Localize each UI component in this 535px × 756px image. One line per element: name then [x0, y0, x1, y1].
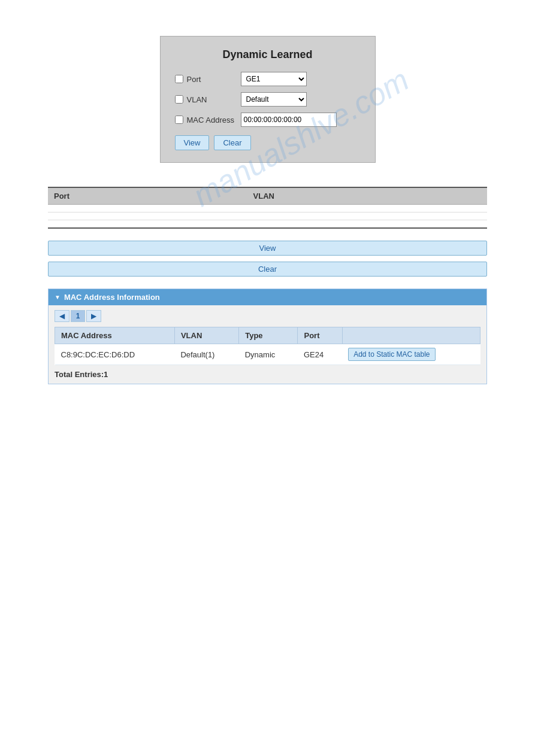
- filter-cell: [48, 220, 247, 229]
- add-to-static-button[interactable]: Add to Static MAC table: [348, 348, 435, 361]
- mac-checkbox[interactable]: [175, 116, 183, 124]
- page-1-button[interactable]: 1: [71, 310, 85, 322]
- standalone-buttons: View Clear: [48, 241, 487, 277]
- mac-col-header: MAC Address: [55, 327, 175, 344]
- filter-cell: [247, 220, 487, 229]
- table-row: [48, 220, 487, 229]
- filter-table: Port VLAN: [48, 187, 487, 229]
- table-row: C8:9C:DC:EC:D6:DD Default(1) Dynamic GE2…: [55, 344, 480, 365]
- table-row: [48, 212, 487, 220]
- action-col-header: [342, 327, 480, 344]
- panel-clear-button[interactable]: Clear: [214, 135, 250, 150]
- port-col-header: Port: [298, 327, 342, 344]
- mac-cell: C8:9C:DC:EC:D6:DD: [55, 344, 175, 365]
- table-row: [48, 205, 487, 212]
- mac-row: MAC Address: [175, 113, 361, 127]
- prev-page-button[interactable]: ◀: [55, 310, 69, 322]
- mac-label: MAC Address: [187, 116, 241, 125]
- mac-address-table: MAC Address VLAN Type Port C8:9C:DC:EC:D…: [55, 327, 480, 365]
- mac-info-section: ▼ MAC Address Information ◀ 1 ▶ MAC Addr…: [48, 289, 487, 384]
- panel-buttons: View Clear: [175, 135, 361, 150]
- clear-button[interactable]: Clear: [48, 262, 487, 277]
- type-cell: Dynamic: [239, 344, 298, 365]
- collapse-icon[interactable]: ▼: [55, 294, 61, 300]
- filter-table-section: Port VLAN: [48, 187, 487, 229]
- next-page-button[interactable]: ▶: [86, 310, 101, 322]
- vlan-col-header: VLAN: [174, 327, 238, 344]
- vlan-checkbox[interactable]: [175, 95, 183, 104]
- filter-col2-header: VLAN: [247, 187, 487, 205]
- port-cell: GE24: [298, 344, 342, 365]
- filter-cell: [48, 212, 247, 220]
- view-button[interactable]: View: [48, 241, 487, 256]
- port-checkbox[interactable]: [175, 75, 183, 83]
- vlan-cell: Default(1): [174, 344, 238, 365]
- dynamic-learned-panel: Dynamic Learned Port GE1 GE2 GE3 GE4 VLA…: [160, 36, 376, 163]
- type-col-header: Type: [239, 327, 298, 344]
- vlan-row: VLAN Default VLAN1 VLAN2: [175, 92, 361, 107]
- total-entries: Total Entries:1: [55, 370, 480, 379]
- port-label: Port: [187, 75, 241, 84]
- vlan-select[interactable]: Default VLAN1 VLAN2: [241, 92, 307, 107]
- filter-cell: [48, 205, 247, 212]
- mac-info-title: MAC Address Information: [64, 293, 160, 302]
- filter-cell: [247, 205, 487, 212]
- action-cell: Add to Static MAC table: [342, 344, 480, 365]
- mac-info-header: ▼ MAC Address Information: [49, 289, 486, 305]
- pagination: ◀ 1 ▶: [55, 310, 480, 322]
- filter-col1-header: Port: [48, 187, 247, 205]
- panel-title: Dynamic Learned: [175, 48, 361, 61]
- port-select[interactable]: GE1 GE2 GE3 GE4: [241, 72, 307, 86]
- mac-info-body: ◀ 1 ▶ MAC Address VLAN Type Port C8:9C:: [49, 305, 486, 384]
- filter-cell: [247, 212, 487, 220]
- panel-view-button[interactable]: View: [175, 135, 210, 150]
- mac-input[interactable]: [241, 113, 337, 127]
- vlan-label: VLAN: [187, 95, 241, 104]
- port-row: Port GE1 GE2 GE3 GE4: [175, 72, 361, 86]
